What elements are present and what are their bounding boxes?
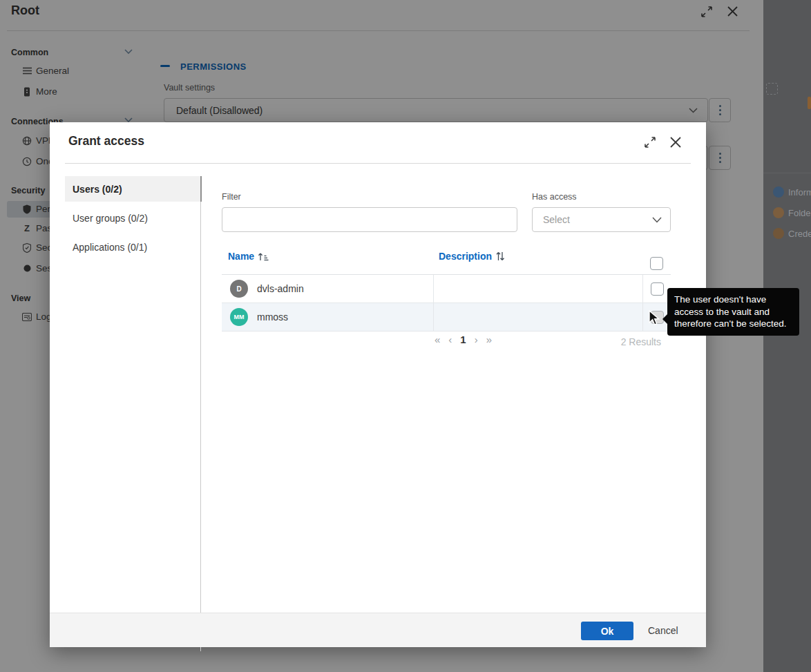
avatar: MM: [230, 308, 248, 326]
row-name: mmoss: [257, 311, 288, 323]
filter-label: Filter: [222, 192, 241, 202]
tree-item-folder: Folder: [773, 207, 811, 218]
filter-input[interactable]: [222, 207, 517, 232]
table-row[interactable]: D dvls-admin: [222, 275, 671, 303]
sort-ascending-icon: [258, 252, 269, 261]
tab-users[interactable]: Users (0/2): [65, 176, 200, 202]
pagination: « ‹ 1 › »: [435, 334, 492, 345]
screen: Information Folder Credentials Root Comm…: [0, 0, 811, 672]
has-access-value: Select: [543, 214, 652, 225]
folder-icon: [773, 207, 784, 218]
tree-item-information: Information: [773, 186, 811, 198]
mouse-cursor: [649, 310, 661, 327]
close-icon[interactable]: [669, 135, 683, 149]
information-icon: [773, 186, 784, 198]
orange-entry-sliver: [808, 97, 811, 109]
column-header-description[interactable]: Description: [439, 251, 505, 262]
tree-item-label: Credentials: [788, 229, 811, 239]
tab-applications[interactable]: Applications (0/1): [65, 234, 200, 260]
has-access-select[interactable]: Select: [532, 207, 671, 232]
modal-title: Grant access: [68, 134, 144, 148]
row-description: [433, 303, 642, 331]
tree-item-credentials: Credentials: [773, 228, 811, 239]
row-name: dvls-admin: [257, 283, 304, 294]
divider: [200, 176, 201, 651]
tooltip-text: The user doesn't have access to the vaul…: [674, 294, 786, 329]
divider: [763, 173, 811, 173]
modal-content: Filter Has access Select Name Descriptio…: [222, 122, 671, 606]
credentials-icon: [773, 228, 784, 239]
prev-page-button[interactable]: ‹: [448, 334, 452, 345]
last-page-button[interactable]: »: [486, 334, 492, 345]
dashed-placeholder-icon: [766, 83, 778, 95]
tooltip: The user doesn't have access to the vaul…: [667, 288, 799, 336]
current-page: 1: [460, 334, 466, 345]
sort-both-icon: [495, 251, 505, 261]
row-checkbox[interactable]: [651, 282, 664, 296]
avatar: D: [230, 280, 248, 298]
has-access-label: Has access: [532, 192, 577, 202]
tooltip-arrow: [662, 314, 667, 324]
first-page-button[interactable]: «: [435, 334, 440, 345]
grant-access-modal: Grant access Users (0/2) User groups (0/…: [50, 122, 706, 647]
table-row[interactable]: MM mmoss: [222, 303, 671, 332]
tree-item-label: Folder: [788, 208, 811, 218]
background-page-strip: Information Folder Credentials: [763, 0, 811, 672]
cancel-button[interactable]: Cancel: [648, 625, 678, 636]
next-page-button[interactable]: ›: [475, 334, 478, 345]
chevron-down-icon: [652, 217, 662, 223]
select-all-checkbox[interactable]: [650, 257, 663, 270]
tree-item-label: Information: [788, 187, 811, 198]
table-header: Name Description: [222, 241, 671, 275]
row-description: [433, 275, 642, 303]
selected-tab-divider: [200, 176, 202, 202]
results-count: 2 Results: [621, 336, 661, 347]
modal-footer: Ok Cancel: [50, 613, 706, 647]
tab-user-groups[interactable]: User groups (0/2): [65, 205, 200, 231]
ok-button[interactable]: Ok: [581, 622, 633, 640]
column-header-name[interactable]: Name: [228, 251, 269, 262]
